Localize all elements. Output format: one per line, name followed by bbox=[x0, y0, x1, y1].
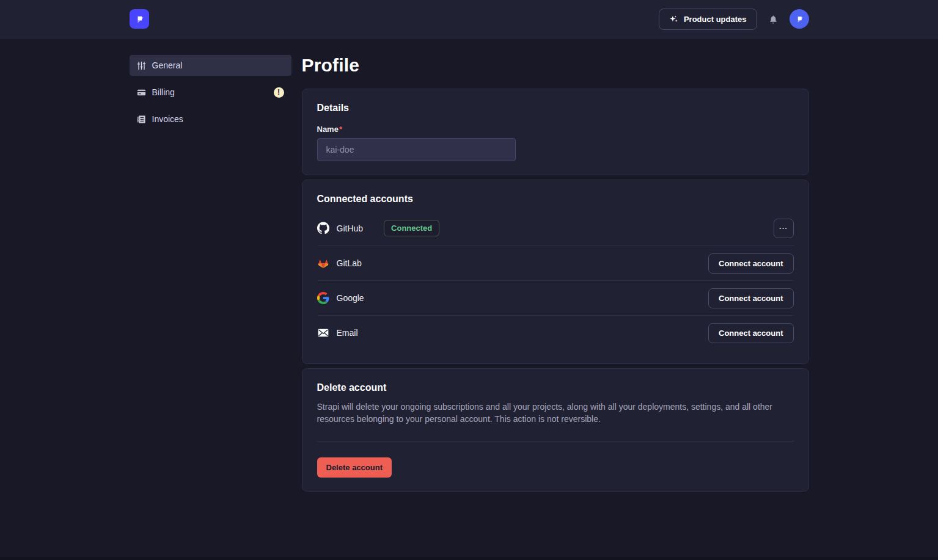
credit-card-icon bbox=[137, 88, 146, 97]
settings-sidebar: General Billing ! Invoices bbox=[130, 55, 291, 492]
account-row-github: GitHub Connected ... bbox=[317, 211, 794, 245]
google-icon bbox=[317, 292, 329, 304]
divider bbox=[317, 441, 794, 442]
provider-name: GitHub bbox=[337, 224, 364, 233]
provider-name: GitLab bbox=[337, 258, 362, 268]
sliders-icon bbox=[137, 61, 146, 70]
email-icon bbox=[317, 327, 329, 339]
strapi-logo[interactable] bbox=[130, 9, 149, 29]
sparkle-icon bbox=[669, 15, 678, 24]
main-panel: Profile Details Name* Connected accounts bbox=[302, 55, 809, 492]
sidebar-item-label: Invoices bbox=[152, 114, 183, 124]
account-row-google: Google Connect account bbox=[317, 280, 794, 315]
details-card: Details Name* bbox=[302, 89, 809, 175]
name-input[interactable] bbox=[317, 138, 516, 161]
sidebar-item-label: Billing bbox=[152, 87, 175, 97]
product-updates-button[interactable]: Product updates bbox=[659, 9, 757, 30]
avatar-strapi-mark-icon bbox=[794, 13, 805, 24]
sidebar-item-general[interactable]: General bbox=[130, 55, 291, 76]
strapi-logo-icon bbox=[133, 13, 145, 25]
sidebar-item-label: General bbox=[152, 60, 183, 70]
notifications-bell-button[interactable] bbox=[767, 13, 780, 26]
gitlab-connect-button[interactable]: Connect account bbox=[708, 253, 793, 274]
name-label: Name* bbox=[317, 125, 342, 134]
topbar: Product updates bbox=[0, 0, 938, 38]
email-connect-button[interactable]: Connect account bbox=[708, 323, 793, 343]
user-avatar[interactable] bbox=[790, 9, 809, 29]
required-asterisk: * bbox=[339, 125, 342, 134]
accounts-list: GitHub Connected ... GitLab bbox=[317, 211, 794, 350]
sidebar-item-invoices[interactable]: Invoices bbox=[130, 109, 291, 129]
delete-account-button[interactable]: Delete account bbox=[317, 457, 392, 478]
bottom-edge bbox=[0, 557, 938, 560]
connected-accounts-heading: Connected accounts bbox=[317, 194, 794, 205]
bell-icon bbox=[768, 14, 779, 24]
invoice-icon bbox=[137, 115, 146, 124]
sidebar-item-billing[interactable]: Billing ! bbox=[130, 82, 291, 103]
account-row-email: Email Connect account bbox=[317, 315, 794, 350]
billing-warning-badge: ! bbox=[274, 87, 284, 98]
name-label-text: Name bbox=[317, 125, 339, 134]
details-heading: Details bbox=[317, 103, 794, 114]
account-row-gitlab: GitLab Connect account bbox=[317, 245, 794, 280]
name-field: Name* bbox=[317, 123, 794, 161]
gitlab-icon bbox=[317, 257, 329, 269]
connected-status-badge: Connected bbox=[384, 220, 439, 236]
delete-account-heading: Delete account bbox=[317, 382, 794, 393]
content-area: General Billing ! Invoices Profile De bbox=[130, 38, 809, 492]
connected-accounts-card: Connected accounts GitHub Connected ... bbox=[302, 180, 809, 364]
delete-account-card: Delete account Strapi will delete your o… bbox=[302, 368, 809, 492]
product-updates-label: Product updates bbox=[684, 15, 747, 24]
page-title: Profile bbox=[302, 55, 809, 76]
provider-name: Google bbox=[337, 293, 364, 303]
github-options-button[interactable]: ... bbox=[774, 219, 794, 238]
github-icon bbox=[317, 222, 329, 235]
provider-name: Email bbox=[337, 328, 358, 338]
google-connect-button[interactable]: Connect account bbox=[708, 288, 793, 308]
delete-account-description: Strapi will delete your ongoing subscrip… bbox=[317, 401, 794, 425]
